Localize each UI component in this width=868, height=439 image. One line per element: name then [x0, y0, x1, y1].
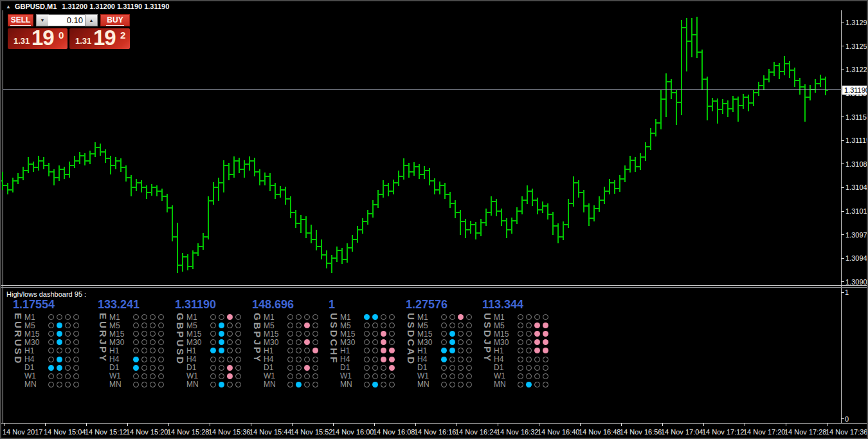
timeframe-label: W1	[494, 371, 518, 380]
chart-title: ▲ GBPUSD,M1 1.31200 1.31200 1.31190 1.31…	[6, 3, 169, 10]
signal-dot	[150, 314, 156, 320]
signal-dot	[287, 322, 293, 328]
signal-dot	[466, 314, 472, 320]
timeframe-label: M30	[264, 338, 287, 347]
signal-dot	[389, 314, 395, 320]
signal-dot	[65, 339, 71, 345]
signal-dot	[372, 365, 378, 371]
time-axis-label: 14 Nov 15:12	[85, 428, 127, 436]
signal-dot	[210, 365, 216, 371]
signal-dot	[312, 382, 318, 388]
signal-dot	[227, 382, 233, 388]
signal-dot	[133, 357, 139, 362]
price-axis-label: 1.31010	[845, 207, 868, 215]
signal-dot	[312, 348, 318, 353]
signal-dot	[372, 357, 378, 362]
signal-dot	[304, 382, 310, 388]
signal-dot	[158, 339, 164, 345]
signal-dot	[141, 382, 147, 388]
signal-dot	[287, 331, 293, 337]
signal-dot	[526, 348, 532, 353]
signal-dot	[235, 339, 241, 345]
signal-dot	[133, 365, 139, 371]
chart-collapse-icon[interactable]: ▲	[6, 4, 11, 10]
signal-dot	[133, 339, 139, 345]
signal-dot	[364, 382, 370, 388]
signal-dot	[296, 382, 302, 388]
signal-dot	[48, 314, 54, 320]
volume-increase-button[interactable]: ▲	[86, 15, 97, 26]
signal-dot	[227, 373, 233, 379]
signal-dot	[150, 382, 156, 388]
timeframe-row-M5: M5	[24, 321, 82, 330]
timeframe-label: D1	[109, 363, 133, 372]
signal-dot	[458, 339, 464, 345]
timeframe-row-M5: M5	[340, 321, 397, 330]
timeframe-row-M1: M1	[109, 313, 167, 321]
signal-dot	[458, 382, 464, 388]
buy-button[interactable]: BUY	[100, 14, 130, 26]
signal-dot	[449, 314, 455, 320]
timeframe-row-D1: D1	[109, 364, 167, 372]
signal-dot	[526, 322, 532, 328]
signal-dot	[158, 382, 164, 388]
timeframe-label: D1	[24, 363, 48, 372]
signal-dot	[372, 331, 378, 337]
pair-symbol-vertical: GBPJPY	[252, 313, 262, 390]
volume-decrease-button[interactable]: ▼	[37, 15, 48, 26]
signal-dot	[534, 365, 540, 371]
signal-dot	[312, 357, 318, 362]
signal-dot	[389, 382, 395, 388]
dashboard-pair-USDCHF: 1USDCHFM1M5M15M30H1H4D1W1MN	[327, 294, 401, 392]
signal-dot	[304, 322, 310, 328]
sell-button[interactable]: SELL	[8, 14, 33, 26]
price-axis-label: 1.30940	[845, 254, 868, 262]
timeframe-label: M15	[417, 330, 441, 339]
signal-dot	[65, 373, 71, 379]
signal-dot	[518, 322, 523, 328]
signal-dot	[235, 365, 241, 371]
timeframe-row-D1: D1	[340, 364, 397, 372]
timeframe-row-W1: W1	[417, 372, 475, 380]
signal-dot	[219, 373, 224, 379]
volume-input[interactable]	[48, 15, 86, 26]
signal-dot	[458, 365, 464, 371]
timeframe-row-D1: D1	[417, 364, 475, 372]
signal-dot	[48, 322, 54, 328]
timeframe-label: M1	[340, 313, 364, 322]
timeframe-row-M1: M1	[417, 313, 475, 321]
signal-dot	[312, 314, 318, 320]
timeframe-row-M5: M5	[494, 321, 551, 330]
timeframe-row-M1: M1	[264, 313, 321, 321]
timeframe-label: M30	[494, 338, 518, 347]
signal-dot	[304, 314, 310, 320]
timeframe-row-H1: H1	[24, 346, 82, 355]
signal-dot	[312, 373, 318, 379]
timeframe-row-M15: M15	[24, 330, 82, 338]
timeframe-row-MN: MN	[340, 380, 397, 389]
signal-dot	[534, 382, 540, 388]
signal-dot	[57, 331, 62, 337]
signal-dot	[235, 331, 241, 337]
time-axis-label: 14 Nov 16:56	[620, 428, 662, 436]
timeframe-label: M1	[264, 313, 287, 322]
signal-dot	[227, 331, 233, 337]
timeframe-row-M1: M1	[340, 313, 397, 321]
signal-dot	[287, 382, 293, 388]
time-axis-label: 14 Nov 16:40	[538, 428, 579, 436]
signal-dot	[441, 373, 447, 379]
current-price-label: 1.31190	[842, 86, 868, 95]
buy-price-panel[interactable]: 1.31 19 2	[69, 28, 130, 49]
timeframe-label: M30	[24, 338, 48, 347]
sell-price-panel[interactable]: 1.31 19 0	[8, 28, 68, 49]
timeframe-row-D1: D1	[186, 364, 244, 372]
timeframe-row-H1: H1	[109, 346, 167, 355]
timeframe-label: M5	[24, 321, 48, 330]
signal-dot	[364, 348, 370, 353]
timeframe-label: M1	[186, 313, 210, 322]
signal-dot	[364, 339, 370, 345]
time-axis-label: 14 Nov 16:08	[373, 428, 415, 436]
signal-dot	[364, 331, 370, 337]
signal-dot	[466, 382, 472, 388]
signal-dot	[458, 322, 464, 328]
